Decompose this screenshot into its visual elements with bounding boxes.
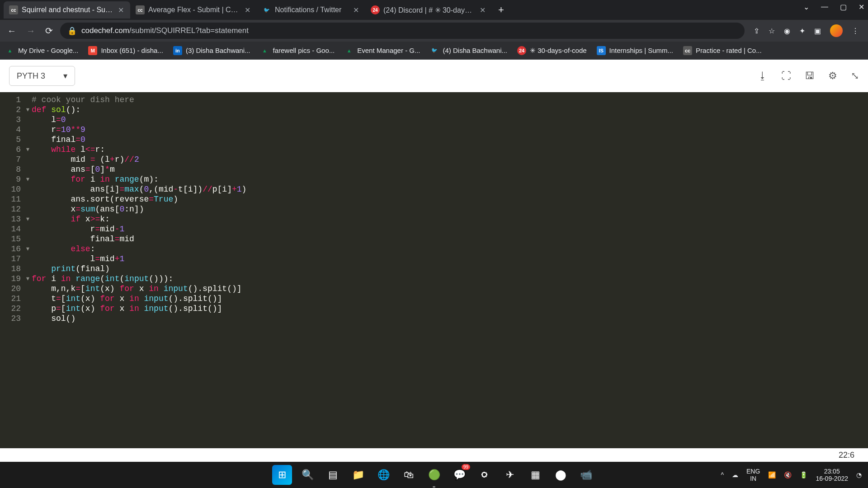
language-label: PYTH 3 [17, 71, 45, 81]
search-icon[interactable]: 🔍 [297, 465, 317, 485]
maximize-icon[interactable]: ▢ [840, 3, 847, 11]
explorer-icon[interactable]: 📁 [348, 465, 368, 485]
share-icon[interactable]: ⇪ [754, 27, 760, 35]
chevron-down-icon: ▾ [63, 71, 67, 81]
fold-gutter[interactable]: ▾▾▾▾▾▾ [25, 95, 30, 324]
cursor-position: 22:6 [839, 450, 854, 460]
cloud-icon[interactable]: ☁ [732, 471, 738, 479]
star-icon[interactable]: ☆ [769, 27, 775, 35]
app2-icon[interactable]: ▦ [525, 465, 545, 485]
bookmark-item[interactable]: in(3) Disha Bachwani... [173, 46, 250, 55]
url-host: codechef.com [81, 26, 129, 35]
line-gutter: 1234567891011121314151617181920212223 [0, 92, 25, 448]
language-select[interactable]: PYTH 3 ▾ [9, 66, 75, 86]
language-indicator[interactable]: ENG IN [746, 468, 760, 482]
download-icon[interactable]: ⭳ [758, 70, 768, 82]
save-icon[interactable]: 🖫 [805, 70, 815, 82]
tray-chevron-icon[interactable]: ^ [721, 471, 724, 479]
expand-icon[interactable]: ⛶ [781, 70, 791, 82]
editor-status-bar: 22:6 [0, 448, 868, 462]
settings-icon[interactable]: ⚙ [828, 70, 837, 82]
zoom-icon[interactable]: 📹 [576, 465, 596, 485]
address-bar: ← → ⟳ 🔒 codechef.com/submit/SQUIRREL?tab… [0, 20, 868, 42]
forward-button[interactable]: → [24, 23, 38, 39]
bookmark-item[interactable]: ▲Event Manager - G... [344, 46, 420, 55]
code-editor[interactable]: 1234567891011121314151617181920212223 ▾▾… [0, 92, 868, 448]
browser-tab[interactable]: ccAverage Flex - Submit | CodeChe✕ [130, 1, 257, 19]
app-icon[interactable]: ⭘ [475, 465, 495, 485]
bookmark-item[interactable]: MInbox (651) - disha... [88, 46, 163, 55]
edge-icon[interactable]: 🌐 [373, 465, 393, 485]
notifications-icon[interactable]: ◔ [856, 471, 862, 479]
camera-icon[interactable]: ◉ [784, 27, 790, 35]
start-button[interactable]: ⊞ [272, 465, 292, 485]
tab-title: Squirrel and chestnut - Submit | C [22, 6, 113, 14]
telegram-icon[interactable]: ✈ [500, 465, 520, 485]
tab-strip: ccSquirrel and chestnut - Submit | C✕ccA… [0, 0, 868, 20]
extensions-icon[interactable]: ✦ [799, 27, 805, 35]
wifi-icon[interactable]: 📶 [768, 471, 776, 479]
menu-icon[interactable]: ⋮ [852, 27, 859, 35]
volume-icon[interactable]: 🔇 [784, 471, 792, 479]
chrome-icon[interactable]: 🟢 [424, 465, 444, 485]
collapse-icon[interactable]: ⤡ [851, 70, 859, 82]
browser-tab[interactable]: 🐦Notifications / Twitter✕ [257, 1, 365, 19]
editor-toolbar: PYTH 3 ▾ ⭳ ⛶ 🖫 ⚙ ⤡ [0, 60, 868, 92]
github-icon[interactable]: ⬤ [551, 465, 571, 485]
code-area[interactable]: # cook your dish heredef sol(): l=0 r=10… [25, 92, 246, 448]
bookmarks-bar: ▲My Drive - Google...MInbox (651) - dish… [0, 42, 868, 60]
clock[interactable]: 23:05 16-09-2022 [816, 468, 848, 482]
panel-icon[interactable]: ▣ [814, 27, 821, 35]
bookmark-item[interactable]: ▲My Drive - Google... [5, 46, 78, 55]
browser-tab[interactable]: 24(24) Discord | # ✳ 30-days-of-co✕ [365, 1, 492, 19]
url-input[interactable]: 🔒 codechef.com/submit/SQUIRREL?tab=state… [60, 23, 745, 39]
tab-title: (24) Discord | # ✳ 30-days-of-co [383, 6, 475, 14]
minimize-icon[interactable]: — [821, 3, 828, 11]
tab-title: Notifications / Twitter [275, 6, 349, 14]
close-icon[interactable]: ✕ [352, 5, 360, 15]
taskview-icon[interactable]: ▤ [323, 465, 343, 485]
new-tab-button[interactable]: + [492, 4, 510, 16]
close-icon[interactable]: ✕ [244, 5, 251, 15]
lock-icon: 🔒 [67, 26, 77, 36]
bookmark-item[interactable]: ISInternships | Summ... [597, 46, 673, 55]
whatsapp-icon[interactable]: 💬99 [449, 465, 469, 485]
url-path: /submit/SQUIRREL?tab=statement [129, 26, 249, 35]
browser-tab[interactable]: ccSquirrel and chestnut - Submit | C✕ [4, 1, 130, 19]
reload-button[interactable]: ⟳ [42, 23, 56, 39]
battery-icon[interactable]: 🔋 [800, 471, 807, 479]
bookmark-item[interactable]: 24✳ 30-days-of-code [517, 46, 587, 55]
close-icon[interactable]: ✕ [117, 5, 125, 15]
taskbar: ⊞ 🔍 ▤ 📁 🌐 🛍 🟢 💬99 ⭘ ✈ ▦ ⬤ 📹 ^ ☁ ENG IN 📶… [0, 462, 868, 488]
back-button[interactable]: ← [5, 23, 19, 39]
close-icon[interactable]: ✕ [479, 5, 486, 15]
store-icon[interactable]: 🛍 [399, 465, 419, 485]
chevron-down-icon[interactable]: ⌄ [803, 3, 809, 11]
close-icon[interactable]: ✕ [859, 3, 864, 11]
bookmark-item[interactable]: ▲farewell pics - Goo... [260, 46, 335, 55]
bookmark-item[interactable]: ccPractice - rated | Co... [683, 46, 762, 55]
tab-title: Average Flex - Submit | CodeChe [148, 6, 240, 14]
profile-avatar[interactable] [830, 24, 843, 37]
bookmark-item[interactable]: 🐦(4) Disha Bachwani... [430, 46, 507, 55]
